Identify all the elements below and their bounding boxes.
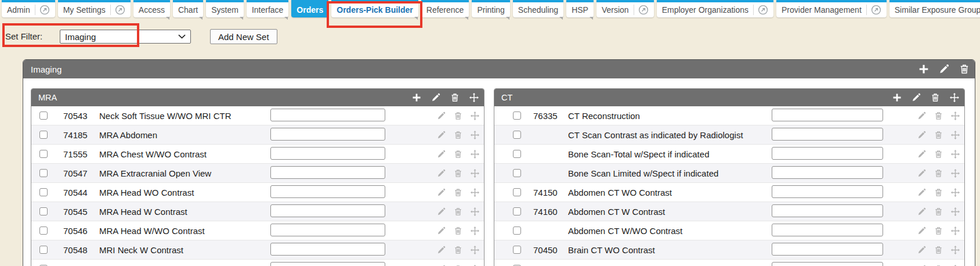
row-checkbox[interactable] (39, 169, 48, 177)
row-checkbox[interactable] (39, 188, 48, 196)
row-checkbox[interactable] (39, 131, 48, 139)
tab-printing[interactable]: Printing (472, 0, 509, 17)
open-new-window-icon[interactable] (866, 5, 881, 15)
edit-icon[interactable] (917, 131, 926, 139)
move-icon[interactable] (471, 207, 479, 216)
order-note-input[interactable] (270, 185, 385, 198)
tab-hsp[interactable]: HSP (566, 0, 594, 17)
row-checkbox[interactable] (513, 188, 521, 196)
delete-icon[interactable] (454, 188, 462, 197)
move-icon[interactable] (951, 207, 960, 216)
order-note-input[interactable] (772, 243, 883, 256)
open-new-window-icon[interactable] (110, 5, 125, 15)
edit-icon[interactable] (431, 93, 440, 102)
edit-icon[interactable] (917, 246, 926, 254)
row-checkbox[interactable] (513, 227, 521, 235)
move-icon[interactable] (951, 112, 960, 120)
delete-icon[interactable] (934, 188, 943, 197)
order-note-input[interactable] (772, 166, 883, 179)
order-note-input[interactable] (270, 204, 385, 217)
move-icon[interactable] (471, 131, 479, 139)
row-checkbox[interactable] (513, 112, 521, 120)
edit-icon[interactable] (917, 207, 926, 216)
move-icon[interactable] (471, 227, 479, 235)
delete-icon[interactable] (454, 227, 462, 235)
delete-icon[interactable] (959, 64, 970, 74)
delete-icon[interactable] (454, 207, 462, 216)
tab-provider-management[interactable]: Provider Management (776, 0, 887, 17)
add-new-set-button[interactable]: Add New Set (210, 29, 277, 44)
row-checkbox[interactable] (513, 150, 521, 158)
row-checkbox[interactable] (39, 112, 48, 120)
delete-icon[interactable] (454, 131, 462, 139)
edit-icon[interactable] (437, 169, 446, 178)
order-note-input[interactable] (270, 262, 385, 266)
order-note-input[interactable] (772, 185, 883, 198)
row-checkbox[interactable] (39, 227, 48, 235)
move-icon[interactable] (471, 169, 479, 178)
tab-system[interactable]: System (206, 0, 244, 17)
edit-icon[interactable] (437, 207, 446, 216)
order-note-input[interactable] (270, 147, 385, 160)
edit-icon[interactable] (437, 188, 446, 197)
set-filter-select[interactable]: Imaging (60, 30, 191, 44)
tab-my-settings[interactable]: My Settings (58, 0, 131, 17)
edit-icon[interactable] (437, 227, 446, 235)
row-checkbox[interactable] (513, 207, 521, 215)
edit-icon[interactable] (437, 131, 446, 139)
move-icon[interactable] (951, 150, 960, 159)
edit-icon[interactable] (437, 112, 446, 120)
move-icon[interactable] (469, 93, 479, 102)
order-note-input[interactable] (772, 224, 883, 236)
add-icon[interactable] (412, 93, 421, 102)
order-note-input[interactable] (270, 166, 385, 179)
edit-icon[interactable] (917, 227, 926, 235)
edit-icon[interactable] (917, 112, 926, 120)
tab-employer-organizations[interactable]: Employer Organizations (657, 0, 773, 17)
move-icon[interactable] (951, 131, 960, 139)
edit-icon[interactable] (917, 150, 926, 159)
edit-icon[interactable] (917, 169, 926, 178)
move-icon[interactable] (951, 227, 960, 235)
tab-similar-exposure-groups[interactable]: Similar Exposure Groups (SEGs) (889, 0, 980, 17)
row-checkbox[interactable] (513, 131, 521, 139)
delete-icon[interactable] (450, 93, 460, 102)
move-icon[interactable] (471, 112, 479, 120)
delete-icon[interactable] (934, 169, 943, 178)
order-note-input[interactable] (772, 204, 883, 217)
row-checkbox[interactable] (513, 169, 521, 177)
delete-icon[interactable] (934, 227, 943, 235)
move-icon[interactable] (951, 188, 960, 197)
order-note-input[interactable] (270, 109, 385, 121)
add-icon[interactable] (918, 64, 929, 74)
tab-chart[interactable]: Chart (173, 0, 203, 17)
edit-icon[interactable] (912, 93, 921, 102)
order-note-input[interactable] (772, 128, 883, 141)
move-icon[interactable] (950, 93, 959, 102)
row-checkbox[interactable] (513, 246, 521, 254)
delete-icon[interactable] (934, 246, 943, 254)
delete-icon[interactable] (454, 246, 462, 254)
open-new-window-icon[interactable] (753, 5, 768, 15)
order-note-input[interactable] (772, 262, 883, 266)
edit-icon[interactable] (917, 188, 926, 197)
open-new-window-icon[interactable] (634, 5, 649, 15)
edit-icon[interactable] (437, 246, 446, 254)
delete-icon[interactable] (454, 112, 462, 120)
tab-interface[interactable]: Interface (247, 0, 288, 17)
tab-admin[interactable]: Admin (2, 0, 55, 17)
delete-icon[interactable] (934, 150, 943, 159)
delete-icon[interactable] (934, 131, 943, 139)
delete-icon[interactable] (934, 207, 943, 216)
row-checkbox[interactable] (39, 150, 48, 158)
tab-orders-pick-builder[interactable]: Orders-Pick Builder (331, 0, 418, 17)
order-note-input[interactable] (772, 147, 883, 160)
tab-orders[interactable]: Orders (291, 0, 328, 17)
open-new-window-icon[interactable] (35, 5, 50, 15)
row-checkbox[interactable] (39, 207, 48, 215)
edit-icon[interactable] (939, 64, 949, 74)
delete-icon[interactable] (934, 112, 943, 120)
delete-icon[interactable] (454, 150, 462, 159)
add-icon[interactable] (892, 93, 902, 102)
delete-icon[interactable] (454, 169, 462, 178)
